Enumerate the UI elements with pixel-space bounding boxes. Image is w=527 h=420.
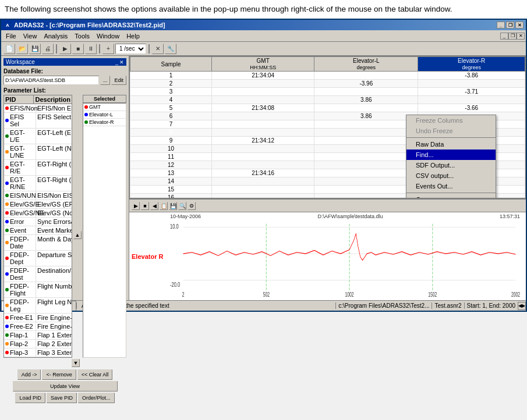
list-item[interactable]: Elev/GS/E Elev/GS (EFIS) — [4, 200, 72, 209]
toolbar-btn-9[interactable]: ✕ — [152, 44, 164, 54]
cell-gmt — [212, 186, 314, 194]
list-item[interactable]: EGT-R/E EGT-Right (EIS) — [4, 160, 72, 176]
toolbar-btn-10[interactable]: 🔧 — [165, 44, 176, 54]
tabular-area[interactable]: Sample GMTHH:MM:SS Elevator-Ldegrees Ele… — [129, 56, 526, 198]
menu-tools[interactable]: Tools — [71, 32, 93, 40]
cell-gmt — [212, 153, 314, 161]
selected-list-item[interactable]: GMT — [83, 104, 126, 111]
chart-stop-btn[interactable]: ■ — [141, 202, 149, 210]
remove-button[interactable]: <- Remove — [42, 369, 76, 380]
list-item[interactable]: Free-E2 Fire Engine-2 — [4, 322, 72, 331]
menu-analysis[interactable]: Analysis — [40, 32, 71, 40]
toolbar-btn-5[interactable]: ▶ — [59, 44, 71, 54]
context-menu: Freeze Columns Undo Freeze Raw Data Find… — [406, 115, 496, 198]
svg-text:2002: 2002 — [511, 291, 520, 298]
main-toolbar: 📄 📂 💾 🖨 ▶ ■ ⏸ + 1 /sec ✕ 🔧 — [1, 42, 526, 56]
table-row[interactable]: 1 21:34:04 -3.86 — [130, 72, 525, 80]
list-item[interactable]: FDEP-Flight Flight Number — [4, 282, 72, 298]
move-up-arrow[interactable]: ▲ — [73, 231, 82, 239]
chart-copy-btn[interactable]: 📋 — [160, 202, 168, 210]
list-item[interactable]: Flap-2 Flap 2 Extend/Xpi — [4, 340, 72, 348]
order-plot-button[interactable]: Order/Plot... — [78, 393, 115, 403]
edit-button[interactable]: Edit — [111, 76, 126, 85]
cell-sample: 4 — [130, 96, 212, 104]
load-pid-button[interactable]: Load PID — [15, 393, 45, 403]
inner-float-btn[interactable]: ❐ — [508, 33, 517, 40]
update-view-button[interactable]: Update View — [13, 381, 118, 391]
chart-prev-btn[interactable]: ◀ — [150, 202, 158, 210]
list-item[interactable]: FDEP-Date Month & Day — [4, 235, 72, 251]
ctx-events-out[interactable]: Events Out... — [406, 181, 496, 191]
list-item[interactable]: Error Sync Errors&Skip — [4, 218, 72, 226]
move-down-arrow[interactable]: ▼ — [72, 359, 80, 367]
add-button[interactable]: Add -> — [17, 369, 41, 380]
cell-gmt — [212, 96, 314, 104]
ctx-find[interactable]: Find... — [406, 150, 496, 160]
cell-sample: 14 — [130, 177, 212, 186]
inner-minimize-btn[interactable]: _ — [500, 33, 508, 40]
list-item[interactable]: Free-E1 Fire Engine-1 — [4, 314, 72, 322]
ctx-csv-output[interactable]: CSV output... — [406, 170, 496, 181]
tab-name-text: Test.asnr2 — [434, 302, 461, 309]
list-item[interactable]: FDEP-Leg Flight Leg Numbe — [4, 298, 72, 314]
chart-zoom-btn[interactable]: 🔍 — [178, 202, 186, 210]
selected-list-item[interactable]: Elevator-R — [83, 119, 126, 126]
browse-button[interactable]: ... — [100, 76, 111, 85]
list-item[interactable]: Event Event Marker — [4, 226, 72, 235]
minimize-button[interactable]: _ — [497, 22, 505, 29]
titlebar-controls: _ ❐ ✕ — [497, 22, 524, 29]
ctx-freeze-columns[interactable]: Freeze Columns — [406, 115, 496, 126]
open-button[interactable]: 📂 — [16, 44, 28, 54]
list-item[interactable]: EIS/NUN EIS/Non EIS Sel — [4, 191, 72, 200]
menu-view[interactable]: View — [20, 32, 41, 40]
table-row[interactable]: 4 3.86 — [130, 96, 525, 104]
list-item[interactable]: Elev/GS/NE Elev/GS (NonEFI — [4, 209, 72, 218]
save-button[interactable]: 💾 — [29, 44, 41, 54]
list-item[interactable]: EFIS/Non EFIS/Non EFIS S — [4, 104, 72, 113]
workspace-minimize[interactable]: _ — [115, 59, 118, 65]
list-item[interactable]: FDEP-Dest Destination/Statior — [4, 266, 72, 282]
ctx-sdf-output[interactable]: SDF Output... — [406, 160, 496, 170]
clear-all-button[interactable]: << Clear All — [77, 369, 113, 380]
menu-window[interactable]: Window — [93, 32, 123, 40]
list-item[interactable]: Flap-1 Flap 1 Extend/Xpi — [4, 331, 72, 340]
toolbar-btn-6[interactable]: ■ — [72, 44, 84, 54]
list-item[interactable]: EGT-L/E EGT-Left (EIS) — [4, 129, 72, 144]
list-item[interactable]: EGT-R/NE EGT-Right (NonE — [4, 176, 72, 191]
close-button-main[interactable]: ✕ — [515, 22, 524, 29]
toolbar-btn-8[interactable]: + — [102, 44, 114, 54]
toolbar-btn-7[interactable]: ⏸ — [85, 44, 97, 54]
col-elevator-l: Elevator-Ldegrees — [314, 57, 418, 72]
new-button[interactable]: 📄 — [3, 44, 15, 54]
list-item[interactable]: EFIS Sel EFIS Select Sw-C — [4, 113, 72, 129]
status-arrow-btn[interactable]: ◀▶ — [518, 302, 526, 310]
save-pid-button[interactable]: Save PID — [47, 393, 77, 403]
list-item[interactable]: Flap-3 Flap 3 Extend/Xpi — [4, 348, 72, 357]
ctx-undo-freeze[interactable]: Undo Freeze — [406, 126, 496, 136]
ctx-raw-data[interactable]: Raw Data — [406, 139, 496, 150]
rate-dropdown[interactable]: 1 /sec — [115, 44, 146, 54]
table-row[interactable]: 3 -3.71 — [130, 88, 525, 96]
chart-play-btn[interactable]: ▶ — [132, 202, 140, 210]
float-button[interactable]: ❐ — [506, 22, 514, 29]
selected-list-item[interactable]: Elevator-L — [83, 111, 126, 119]
left-panel: Workspace _ ✕ Database File: ... Edit Pa… — [1, 56, 129, 300]
toolbar-sep-3 — [148, 44, 150, 54]
ctx-copy[interactable]: Copy — [406, 194, 496, 198]
list-item[interactable]: EGT-L/NE EGT-Left (NonEIS — [4, 144, 72, 160]
table-row[interactable]: 5 21:34:08 -3.66 — [130, 104, 525, 112]
menu-help[interactable]: Help — [123, 32, 143, 40]
print-button[interactable]: 🖨 — [42, 44, 54, 54]
chart-save-btn[interactable]: 💾 — [169, 202, 177, 210]
table-row[interactable]: 2 -3.96 — [130, 80, 525, 88]
db-path-input[interactable] — [3, 76, 99, 85]
cell-sample: 7 — [130, 120, 212, 129]
menu-file[interactable]: File — [2, 32, 20, 40]
desc-column-header: Description — [34, 95, 72, 104]
cell-elev-l — [314, 161, 418, 169]
chart-settings-btn[interactable]: ⚙ — [188, 202, 196, 210]
workspace-close[interactable]: ✕ — [119, 59, 124, 65]
list-item[interactable]: FDEP-Dept Departure Station — [4, 251, 72, 266]
db-file-row: ... Edit — [3, 76, 126, 85]
inner-close-btn[interactable]: ✕ — [517, 33, 525, 40]
